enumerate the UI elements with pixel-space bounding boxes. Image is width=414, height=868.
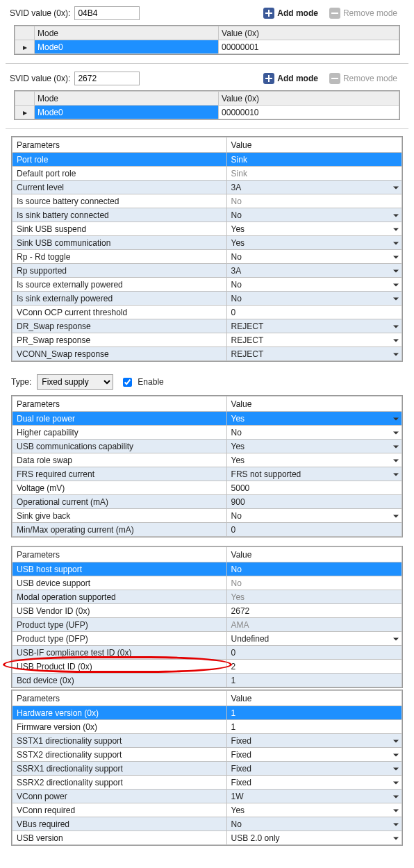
svg-rect-9 <box>331 78 338 79</box>
param-cell: Default port role <box>13 167 227 181</box>
param-cell: Port role <box>13 153 227 167</box>
param-cell: USB version <box>13 831 227 845</box>
value-cell[interactable]: Fixed <box>226 748 401 762</box>
col-header-param: Parameters <box>13 137 227 153</box>
value-cell[interactable]: REJECT <box>226 319 401 333</box>
param-cell: USB Vendor ID (0x) <box>13 604 227 618</box>
value-cell[interactable]: No <box>226 194 401 208</box>
value-cell[interactable]: No <box>226 426 401 440</box>
value-cell[interactable]: Sink <box>226 153 401 167</box>
value-cell[interactable]: No <box>226 817 401 831</box>
value-cell[interactable]: Yes <box>226 222 401 236</box>
value-cell[interactable]: FRS not supported <box>226 467 401 481</box>
param-cell: Rp supported <box>13 264 227 278</box>
value-cell[interactable]: Fixed <box>226 762 401 776</box>
value-cell[interactable]: 1 <box>226 706 401 720</box>
param-table-usb[interactable]: Parameters Value USB host supportNoUSB d… <box>12 546 402 687</box>
value-cell[interactable]: Yes <box>226 440 401 453</box>
enable-checkbox[interactable] <box>123 378 132 387</box>
value-cell[interactable]: Yes <box>226 412 401 426</box>
row-selector[interactable]: ▸ <box>15 106 35 119</box>
section-divider <box>6 63 408 64</box>
value-cell[interactable]: 0 <box>226 306 401 319</box>
mode-name-cell[interactable]: Mode0 <box>35 40 219 54</box>
value-cell[interactable]: No <box>226 250 401 264</box>
row-selector[interactable]: ▸ <box>15 40 35 54</box>
value-cell[interactable]: Undefined <box>226 632 401 646</box>
value-cell[interactable]: Fixed <box>226 776 401 790</box>
param-table-supply[interactable]: Parameters Value Dual role powerYesHighe… <box>12 396 402 537</box>
value-cell[interactable]: REJECT <box>226 333 401 347</box>
param-cell: Dual role power <box>13 412 227 426</box>
value-cell[interactable]: No <box>226 576 401 590</box>
param-cell: VConn required <box>13 803 227 817</box>
type-select[interactable]: Fixed supply <box>37 374 113 390</box>
mode-value-cell[interactable]: 00000001 <box>219 40 399 54</box>
value-cell[interactable]: Yes <box>226 236 401 250</box>
value-cell[interactable]: 2672 <box>226 604 401 618</box>
param-cell: USB-IF compliance test ID (0x) <box>13 646 227 660</box>
col-header-param: Parameters <box>13 691 227 706</box>
param-cell: SSTX2 directionality support <box>13 748 227 762</box>
value-cell[interactable]: 900 <box>226 495 401 509</box>
value-cell[interactable]: No <box>226 562 401 576</box>
param-table-hw[interactable]: Parameters Value Hardware version (0x)1F… <box>12 690 402 845</box>
param-cell: Product type (UFP) <box>13 618 227 632</box>
value-cell[interactable]: AMA <box>226 618 401 632</box>
value-cell[interactable]: 3A <box>226 264 401 278</box>
param-cell: Is sink battery connected <box>13 208 227 222</box>
value-cell[interactable]: No <box>226 278 401 292</box>
value-cell[interactable]: Yes <box>226 453 401 467</box>
value-cell[interactable]: 1 <box>226 674 401 687</box>
enable-label: Enable <box>138 377 163 387</box>
param-cell: Data role swap <box>13 453 227 467</box>
value-cell[interactable]: No <box>226 509 401 523</box>
remove-mode-button[interactable]: Remove mode <box>324 71 403 86</box>
param-cell: Modal operation supported <box>13 590 227 604</box>
value-cell[interactable]: Yes <box>226 590 401 604</box>
param-cell: VBus required <box>13 817 227 831</box>
svg-rect-7 <box>265 78 272 79</box>
value-cell[interactable]: Sink <box>226 167 401 181</box>
param-cell: Bcd device (0x) <box>13 674 227 687</box>
param-table-port[interactable]: Parameters Value Port roleSinkDefault po… <box>12 137 402 361</box>
mode-table[interactable]: Mode Value (0x) ▸ Mode0 00000001 <box>15 26 399 54</box>
value-cell[interactable]: Fixed <box>226 734 401 748</box>
value-cell[interactable]: 1W <box>226 790 401 803</box>
mode-name-cell[interactable]: Mode0 <box>35 106 219 119</box>
value-cell[interactable]: 3A <box>226 181 401 194</box>
value-cell[interactable]: REJECT <box>226 347 401 361</box>
param-cell: USB Product ID (0x) <box>13 660 227 674</box>
param-cell: USB device support <box>13 576 227 590</box>
svid-input[interactable] <box>74 72 140 85</box>
value-cell[interactable]: 0 <box>226 646 401 660</box>
param-cell: VConn power <box>13 790 227 803</box>
param-cell: Operational current (mA) <box>13 495 227 509</box>
value-cell[interactable]: 1 <box>226 720 401 734</box>
mode-value-cell[interactable]: 00000010 <box>219 106 399 119</box>
param-cell: Sink USB suspend <box>13 222 227 236</box>
plus-icon <box>263 73 274 84</box>
param-cell: Sink give back <box>13 509 227 523</box>
value-cell[interactable]: Yes <box>226 803 401 817</box>
value-cell[interactable]: No <box>226 208 401 222</box>
param-cell: Is source externally powered <box>13 278 227 292</box>
value-cell[interactable]: No <box>226 292 401 306</box>
svid-label: SVID value (0x): <box>10 74 70 83</box>
value-cell[interactable]: 0 <box>226 523 401 537</box>
remove-mode-button[interactable]: Remove mode <box>324 6 403 21</box>
param-cell: Hardware version (0x) <box>13 706 227 720</box>
mode-col-header: Mode <box>35 26 219 40</box>
value-cell[interactable]: USB 2.0 only <box>226 831 401 845</box>
param-cell: Is source battery connected <box>13 194 227 208</box>
mode-col-header: Mode <box>35 92 219 106</box>
svid-input[interactable] <box>74 6 140 20</box>
col-header-param: Parameters <box>13 547 227 562</box>
add-mode-button[interactable]: Add mode <box>258 6 324 21</box>
mode-table[interactable]: Mode Value (0x) ▸ Mode0 00000010 <box>15 91 399 119</box>
value-cell[interactable]: 2 <box>226 660 401 674</box>
svid-block-1: SVID value (0x): Add mode Remove mode Mo… <box>6 71 408 120</box>
svid-block-0: SVID value (0x): Add mode Remove mode Mo… <box>6 6 408 55</box>
add-mode-button[interactable]: Add mode <box>258 71 324 86</box>
value-cell[interactable]: 5000 <box>226 481 401 495</box>
